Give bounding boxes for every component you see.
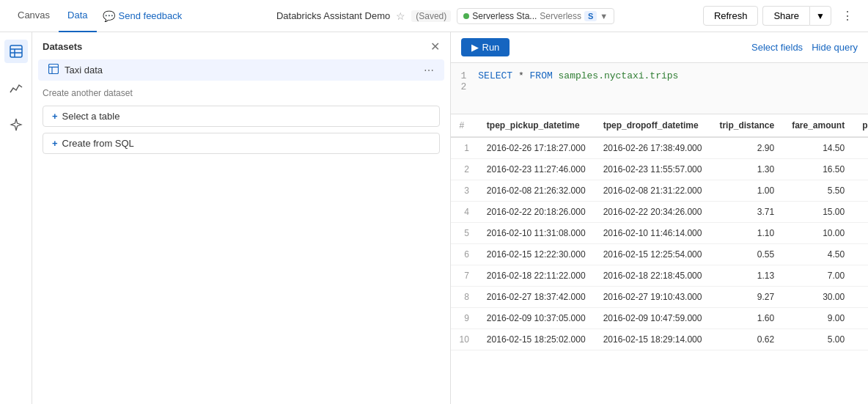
cell-8-0: 9: [451, 308, 478, 329]
cell-7-2: 2016-02-27 19:10:43.000: [595, 287, 711, 308]
cell-9-2: 2016-02-15 18:29:14.000: [595, 329, 711, 350]
cell-6-4: 7.00: [783, 265, 853, 287]
dataset-more-button[interactable]: ⋯: [424, 65, 434, 76]
cell-9-3: 0.62: [710, 329, 783, 350]
taxi-data-item-left: Taxi data: [48, 64, 103, 76]
cluster-size-badge: S: [584, 11, 597, 21]
taxi-data-item[interactable]: Taxi data ⋯: [38, 59, 444, 81]
table-row: 92016-02-09 10:37:05.0002016-02-09 10:47…: [451, 308, 869, 329]
cell-3-2: 2016-02-22 20:34:26.000: [595, 202, 711, 223]
create-from-sql-button[interactable]: + Create from SQL: [43, 133, 440, 154]
more-options-button[interactable]: ⋮: [836, 5, 859, 26]
sparkle-icon: [10, 118, 23, 131]
cell-8-4: 9.00: [783, 308, 853, 329]
feedback-icon: 💬: [103, 10, 115, 22]
table-header: # tpep_pickup_datetime tpep_dropoff_date…: [451, 114, 869, 137]
table-row: 42016-02-22 20:18:26.0002016-02-22 20:34…: [451, 202, 869, 223]
cell-6-0: 7: [451, 265, 478, 287]
query-actions: Select fields Hide query: [751, 42, 858, 53]
cell-0-4: 14.50: [783, 137, 853, 159]
cell-1-0: 2: [451, 159, 478, 180]
cell-0-5: 10001: [853, 137, 868, 159]
select-table-label: Select a table: [62, 111, 120, 122]
table-row: 72016-02-18 22:11:22.0002016-02-18 22:18…: [451, 265, 869, 287]
plus-icon: +: [52, 111, 58, 122]
select-fields-button[interactable]: Select fields: [751, 42, 803, 53]
icon-sidebar: [0, 32, 32, 404]
col-header-zip: pickup_zip: [853, 114, 868, 137]
sidebar-panel: Datasets ✕ Taxi data ⋯ Create another da…: [32, 32, 451, 404]
cell-8-5: 10199: [853, 308, 868, 329]
cell-5-5: 10153: [853, 244, 868, 265]
cell-4-4: 10.00: [783, 223, 853, 244]
cell-8-3: 1.60: [710, 308, 783, 329]
share-dropdown-button[interactable]: ▼: [809, 6, 831, 26]
data-table-wrapper: # tpep_pickup_datetime tpep_dropoff_date…: [451, 114, 869, 404]
tab-canvas[interactable]: Canvas: [9, 0, 59, 32]
datasets-icon-button[interactable]: [4, 40, 28, 63]
data-tab-label: Data: [67, 10, 87, 21]
datasets-title: Datasets: [43, 41, 82, 52]
cell-9-4: 5.00: [783, 329, 853, 350]
chart-icon-button[interactable]: [4, 76, 28, 100]
run-label: Run: [482, 42, 500, 53]
tab-data[interactable]: Data: [59, 0, 96, 32]
send-feedback-button[interactable]: 💬 Send feedback: [97, 10, 188, 22]
cell-3-0: 4: [451, 202, 478, 223]
cell-6-1: 2016-02-18 22:11:22.000: [478, 265, 595, 287]
cell-5-2: 2016-02-15 12:25:54.000: [595, 244, 711, 265]
canvas-tab-label: Canvas: [18, 10, 50, 21]
cell-1-3: 1.30: [710, 159, 783, 180]
cell-4-5: 10199: [853, 223, 868, 244]
share-button[interactable]: Share: [762, 6, 809, 26]
nav-right: Refresh Share ▼ ⋮: [703, 5, 859, 26]
cell-7-0: 8: [451, 287, 478, 308]
cell-3-1: 2016-02-22 20:18:26.000: [478, 202, 595, 223]
line-num-1: 1: [461, 70, 467, 81]
sparkle-icon-button[interactable]: [4, 113, 28, 136]
close-datasets-button[interactable]: ✕: [430, 40, 440, 54]
cluster-selector[interactable]: Serverless Sta... Serverless S ▼: [457, 8, 614, 24]
cell-9-1: 2016-02-15 18:25:02.000: [478, 329, 595, 350]
table-row: 32016-02-08 21:26:32.0002016-02-08 21:31…: [451, 180, 869, 202]
cell-4-2: 2016-02-10 11:46:14.000: [595, 223, 711, 244]
run-play-icon: ▶: [471, 42, 479, 53]
app-title: Databricks Assistant Demo: [276, 10, 390, 21]
col-header-fare: fare_amount: [783, 114, 853, 137]
run-button[interactable]: ▶ Run: [461, 38, 510, 56]
cluster-status-dot: [463, 13, 469, 19]
cell-2-2: 2016-02-08 21:31:22.000: [595, 180, 711, 202]
sql-line-2: 2: [461, 81, 858, 92]
cell-3-3: 3.71: [710, 202, 783, 223]
plus-icon-sql: +: [52, 138, 58, 149]
cell-7-4: 30.00: [783, 287, 853, 308]
main-layout: Datasets ✕ Taxi data ⋯ Create another da…: [0, 32, 868, 404]
cell-2-3: 1.00: [710, 180, 783, 202]
table-row: 22016-02-23 11:27:46.0002016-02-23 11:55…: [451, 159, 869, 180]
hide-query-button[interactable]: Hide query: [812, 42, 858, 53]
cell-3-5: 10029: [853, 202, 868, 223]
cell-4-3: 1.10: [710, 223, 783, 244]
nav-center: Databricks Assistant Demo ☆ (Saved) Serv…: [188, 8, 703, 24]
table-row: 82016-02-27 18:37:42.0002016-02-27 19:10…: [451, 287, 869, 308]
star-icon[interactable]: ☆: [396, 10, 405, 22]
refresh-button[interactable]: Refresh: [703, 6, 759, 26]
cell-7-3: 9.27: [710, 287, 783, 308]
cell-6-5: 10021: [853, 265, 868, 287]
create-from-sql-label: Create from SQL: [62, 138, 134, 149]
col-header-distance: trip_distance: [710, 114, 783, 137]
cell-3-4: 15.00: [783, 202, 853, 223]
select-table-button[interactable]: + Select a table: [43, 106, 440, 127]
cell-8-2: 2016-02-09 10:47:59.000: [595, 308, 711, 329]
cell-2-0: 3: [451, 180, 478, 202]
table-body: 12016-02-26 17:18:27.0002016-02-26 17:38…: [451, 137, 869, 350]
table-row: 12016-02-26 17:18:27.0002016-02-26 17:38…: [451, 137, 869, 159]
cluster-name: Serverless Sta...: [472, 11, 537, 21]
cell-0-1: 2016-02-26 17:18:27.000: [478, 137, 595, 159]
dataset-table-icon: [48, 64, 59, 76]
line-num-2: 2: [461, 81, 467, 92]
share-group: Share ▼: [762, 6, 831, 26]
query-toolbar: ▶ Run Select fields Hide query: [451, 32, 869, 63]
cell-6-2: 2016-02-18 22:18:45.000: [595, 265, 711, 287]
sql-editor[interactable]: 1SELECT * FROM samples.nyctaxi.trips 2: [451, 63, 869, 114]
